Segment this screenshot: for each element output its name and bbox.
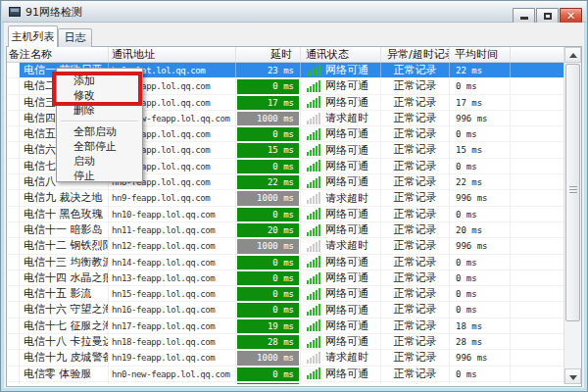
table-row[interactable]: 电信十六 守望之海hn16-feapp.lol.qq.com0 ms网络可通正常… [7,302,566,318]
filler-cell [511,159,566,174]
scrollbar-thumb[interactable] [565,64,580,321]
address-cell: hn15-feapp.lol.qq.com [109,286,236,302]
tab-host-list[interactable]: 主机列表 [8,25,58,47]
record-cell: 正常记录 [381,367,450,382]
menu-item[interactable]: 启动 [57,154,142,169]
menu-separator [59,118,140,124]
row-gutter [7,238,20,254]
delay-cell: 1000 ms [236,111,301,126]
signal-bars-icon [307,65,321,76]
avg-time-cell: 20 ms [450,222,511,238]
row-gutter [7,174,20,190]
tab-log[interactable]: 日志 [58,28,92,47]
table-row[interactable]: 电信十七 征服之海hn17-feapp.lol.qq.com19 ms网络可通正… [7,318,566,334]
delay-cell: 22 ms [236,174,301,190]
column-header-address[interactable]: 通讯地址 [109,47,236,62]
avg-time-cell: 28 ms [450,334,511,350]
table-row[interactable]: 网通一 比尔吉沃特wt1-new-feapp.lol.qq.com37 ms网络… [7,382,566,384]
status-text: 网络可通 [325,222,368,238]
record-cell: 正常记录 [381,302,450,318]
status-cell: 网络可通 [301,255,381,270]
delay-cell: 20 ms [236,222,301,238]
column-header-record[interactable]: 异常/超时记录 [381,47,450,62]
tab-log-label: 日志 [65,31,86,44]
status-text: 请求超时 [325,350,368,366]
status-text: 网络可通 [325,255,368,270]
title-bar[interactable]: 91网络检测 [2,1,586,23]
status-text: 网络可通 [325,270,368,286]
signal-bars-icon [307,256,321,268]
row-gutter [7,111,20,126]
status-text: 请求超时 [325,238,368,254]
row-gutter [7,367,20,382]
status-cell: 网络可通 [301,222,381,238]
table-row[interactable]: 电信十四 水晶之痕hn13-feapp.lol.qq.com0 ms网络可通正常… [7,270,566,286]
row-gutter [7,302,20,318]
signal-bars-icon [307,176,321,188]
filler-cell [511,190,566,206]
host-name-cell: 网通一 比尔吉沃特 [20,382,109,384]
table-row[interactable]: 电信十二 钢铁烈阳hn12-feapp.lol.qq.com1000 ms请求超… [7,238,566,254]
status-cell: 网络可通 [301,174,381,190]
table-row[interactable]: 电信十三 均衡教派hn14-feapp.lol.qq.com0 ms网络可通正常… [7,255,566,270]
table-row[interactable]: 电信零 体验服hn0-new-feapp.lol.qq.com0 ms网络可通正… [7,367,566,382]
scroll-down-button[interactable] [564,368,581,384]
signal-bars-icon [307,144,321,156]
delay-cell: 28 ms [236,334,301,350]
status-cell: 网络可通 [301,95,381,111]
column-header-delay[interactable]: 延时 [236,47,301,62]
menu-item[interactable]: 全部停止 [57,139,142,154]
scroll-up-button[interactable] [564,47,581,63]
table-row[interactable]: 电信十一 暗影岛hn11-feapp.lol.qq.com20 ms网络可通正常… [7,222,566,238]
delay-cell: 37 ms [236,382,301,384]
record-cell: 正常记录 [381,142,450,158]
avg-time-cell: 0 ms [450,159,511,174]
filler-cell [511,222,566,238]
menu-item[interactable]: 全部启动 [57,124,142,139]
host-name-cell: 电信十七 征服之海 [20,318,109,334]
delay-cell: 0 ms [236,78,301,94]
status-cell: 网络可通 [301,382,381,384]
table-row[interactable]: 电信九 裁决之地hn9-feapp.lol.qq.com1000 ms请求超时正… [7,190,566,206]
status-text: 网络可通 [325,78,368,94]
delay-cell: 0 ms [236,207,301,222]
column-header-name[interactable]: 备注名称 [7,47,109,62]
status-cell: 网络可通 [301,270,381,286]
column-header-status[interactable]: 通讯状态 [301,47,381,62]
row-gutter [7,207,20,222]
status-cell: 网络可通 [301,142,381,158]
vertical-scrollbar[interactable] [564,47,581,384]
row-gutter [7,382,20,384]
status-cell: 网络可通 [301,334,381,350]
address-cell: hn9-feapp.lol.qq.com [109,190,236,206]
record-cell: 正常记录 [381,63,450,78]
avg-time-cell: 0 ms [450,286,511,302]
table-row[interactable]: 电信十 黑色玫瑰hn10-feapp.lol.qq.com0 ms网络可通正常记… [7,207,566,222]
signal-bars-icon [307,128,321,140]
row-gutter [7,142,20,158]
table-row[interactable]: 电信十八 卡拉曼达hn18-feapp.lol.qq.com28 ms网络可通正… [7,334,566,350]
status-text: 网络可通 [325,126,368,142]
row-gutter [7,318,20,334]
address-cell: hn12-feapp.lol.qq.com [109,238,236,254]
delay-cell: 19 ms [236,318,301,334]
row-gutter [7,78,20,94]
delay-cell: 0 ms [236,367,301,382]
table-row[interactable]: 电信十九 皮城警备hn19-feapp.lol.qq.com1000 ms请求超… [7,350,566,366]
host-name-cell: 电信十 黑色玫瑰 [20,207,109,222]
table-row[interactable]: 电信十五 影流hn15-feapp.lol.qq.com0 ms网络可通正常记录… [7,286,566,302]
menu-item[interactable]: 停止 [57,169,142,183]
filler-cell [511,255,566,270]
address-cell: hn0-new-feapp.lol.qq.com [109,367,236,382]
record-cell: 正常记录 [381,207,450,222]
column-header-avg[interactable]: 平均时间 [450,47,511,62]
filler-cell [511,382,566,384]
host-name-cell: 电信九 裁决之地 [20,190,109,206]
status-cell: 网络可通 [301,78,381,94]
address-cell: hn16-feapp.lol.qq.com [109,302,236,318]
status-text: 网络可通 [325,143,368,159]
avg-time-cell: 0 ms [450,78,511,94]
host-name-cell: 电信十八 卡拉曼达 [20,334,109,350]
record-cell: 正常记录 [381,286,450,302]
status-text: 网络可通 [325,382,368,384]
